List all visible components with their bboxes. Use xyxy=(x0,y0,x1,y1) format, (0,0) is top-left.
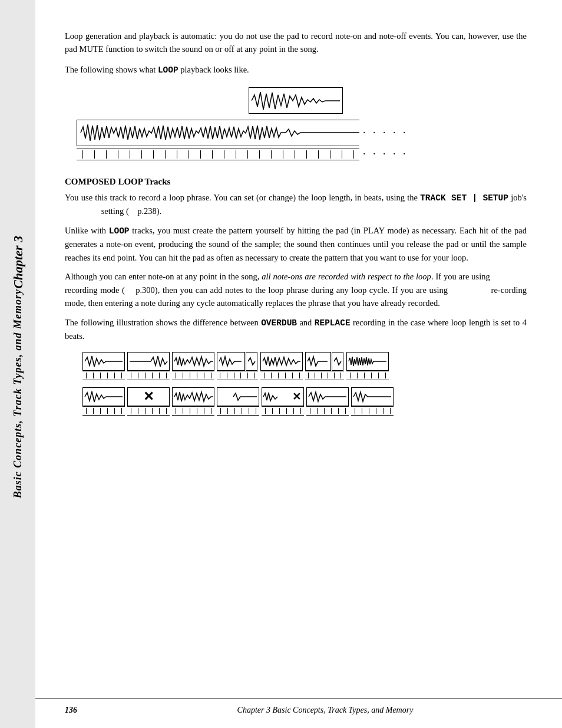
mini-timeline-4 xyxy=(217,371,258,380)
diagram-section: ✕ xyxy=(65,352,527,416)
waveform-long xyxy=(77,120,359,146)
replace-wave-2: ✕ xyxy=(127,387,170,406)
mini-wave-4a xyxy=(217,352,245,371)
overdub-block1 xyxy=(82,352,125,380)
loop-keyword: LOOP xyxy=(158,65,178,75)
replace-block1 xyxy=(82,387,125,416)
replace-block6 xyxy=(306,387,349,416)
sidebar: Chapter 3 Basic Concepts, Track Types, a… xyxy=(0,0,35,728)
replace-timeline-6 xyxy=(306,406,349,416)
replace-block7 xyxy=(351,387,394,416)
composed-para3: Although you can enter note-on at any po… xyxy=(65,270,527,309)
replace-timeline-4 xyxy=(217,406,259,416)
replace-timeline-7 xyxy=(351,406,394,416)
mini-wave-3 xyxy=(172,352,214,371)
timeline-long-row: · · · · · xyxy=(77,146,527,162)
overdub-block5 xyxy=(260,352,303,380)
page-number: 136 xyxy=(65,704,88,716)
intro-para1: Loop generation and playback is automati… xyxy=(65,29,527,56)
overdub-block3 xyxy=(172,352,214,380)
dots-bottom: · · · · · xyxy=(363,146,408,162)
replace-block4 xyxy=(217,387,259,416)
mini-wave-5 xyxy=(260,352,303,371)
overdub-block2 xyxy=(127,352,170,380)
replace-wave-6 xyxy=(306,387,349,406)
sidebar-subtitle: Basic Concepts, Track Types, and Memory xyxy=(10,289,26,498)
mini-wave-6a xyxy=(305,352,331,371)
replace-block2: ✕ xyxy=(127,387,170,416)
overdub-block6 xyxy=(305,352,344,380)
replace-timeline-2 xyxy=(127,406,170,416)
intro-para2: The following shows what LOOP playback l… xyxy=(65,63,527,77)
mini-wave-4b xyxy=(246,352,257,371)
mini-timeline-1 xyxy=(82,371,125,380)
waveform-top-container xyxy=(65,87,527,114)
composed-para2: Unlike with LOOP tracks, you must create… xyxy=(65,224,527,264)
mini-wave-1 xyxy=(82,352,125,371)
timeline-long xyxy=(77,149,359,160)
mini-timeline-5 xyxy=(260,371,303,380)
overdub-block7 xyxy=(346,352,389,380)
replace-timeline-5 xyxy=(262,406,304,416)
replace-timeline-1 xyxy=(82,406,125,416)
mini-timeline-7 xyxy=(346,371,389,380)
x-icon: ✕ xyxy=(143,387,154,406)
mini-timeline-3 xyxy=(172,371,214,380)
overdub-row xyxy=(82,352,527,380)
replace-wave-7 xyxy=(351,387,394,406)
composed-para1: You use this track to record a loop phra… xyxy=(65,191,527,218)
waveform-single xyxy=(249,87,343,114)
replace-timeline-3 xyxy=(172,406,214,416)
footer-title: Chapter 3 Basic Concepts, Track Types, a… xyxy=(88,704,562,716)
x-icon-2: ✕ xyxy=(292,389,301,405)
replace-row: ✕ xyxy=(82,387,527,416)
replace-wave-3 xyxy=(172,387,214,406)
replace-block5: ✕ xyxy=(262,387,304,416)
overdub-block4 xyxy=(217,352,258,380)
mini-wave-6b xyxy=(332,352,343,371)
waveform-long-row: · · · · · xyxy=(77,120,527,146)
mini-wave-7 xyxy=(346,352,389,371)
mini-timeline-2 xyxy=(127,371,170,380)
dots-top: · · · · · xyxy=(363,125,408,141)
composed-para4: The following illustration shows the dif… xyxy=(65,316,527,343)
mini-timeline-6 xyxy=(305,371,344,380)
replace-wave-4 xyxy=(217,387,259,406)
main-content: Loop generation and playback is automati… xyxy=(35,0,562,728)
replace-block3 xyxy=(172,387,214,416)
replace-wave-5: ✕ xyxy=(262,387,304,406)
composed-loop-section: COMPOSED LOOP Tracks You use this track … xyxy=(65,175,527,342)
section-heading: COMPOSED LOOP Tracks xyxy=(65,175,527,189)
replace-wave-1 xyxy=(82,387,125,406)
mini-wave-2 xyxy=(127,352,170,371)
chapter-label: Chapter 3 xyxy=(8,236,28,289)
footer: 136 Chapter 3 Basic Concepts, Track Type… xyxy=(35,699,562,716)
